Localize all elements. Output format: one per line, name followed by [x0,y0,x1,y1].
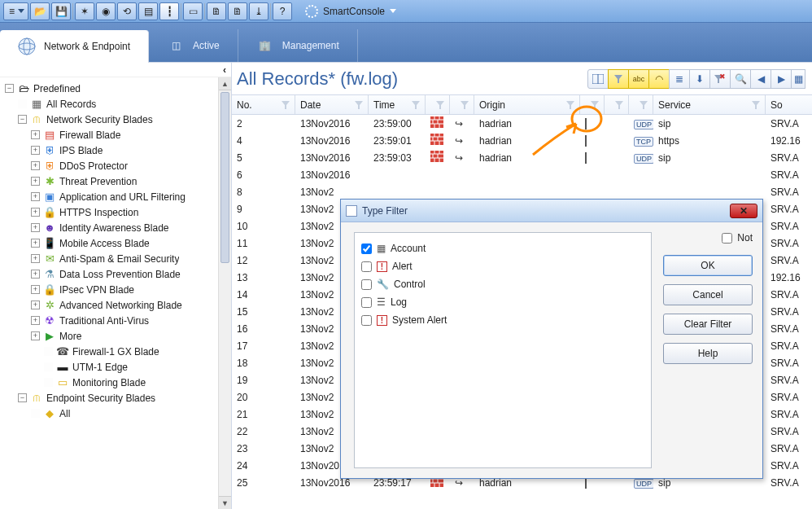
scroll-thumb[interactable] [220,92,229,263]
table-row[interactable]: 613Nov2016SRV.A [232,166,812,183]
open-button[interactable]: 📂 [30,2,50,20]
filter-item[interactable]: ☰Log [361,293,644,311]
tree-node[interactable]: −⫙Endpoint Security Blades [5,390,231,406]
sidebar-scrollbar[interactable]: ▲ ▼ [218,77,231,509]
table-row[interactable]: 813Nov2SRV.A [232,183,812,200]
filter-item[interactable]: ▦Account [361,239,644,257]
filter-icon[interactable] [412,101,420,109]
col-source[interactable]: So [766,95,806,114]
tree-root[interactable]: − 🗁 Predefined [5,81,231,96]
tree-node[interactable]: +⛨IPS Blade [5,143,231,158]
tree-node[interactable]: +🔒IPsec VPN Blade [5,282,231,297]
help-button[interactable]: Help [663,343,753,364]
hdrbtn-text[interactable]: abc [628,69,649,89]
tree-node[interactable]: +✲Advanced Networking Blade [5,297,231,313]
tool-btn-3[interactable]: ⟲ [117,2,137,20]
tree-node[interactable]: +⚗Data Loss Prevention Blade [5,266,231,282]
col-ico5[interactable] [629,95,653,114]
tool-btn-1[interactable]: ✶ [75,2,94,20]
table-row[interactable]: 213Nov201623:59:00↪hadrianUDPsipSRV.A [232,115,812,132]
expand-icon[interactable]: + [31,270,40,279]
tree-node[interactable]: +✱Threat Prevention [5,173,231,189]
tree-node[interactable]: +▤Firewall Blade [5,127,231,143]
ok-button[interactable]: OK [663,255,753,276]
expand-icon[interactable]: + [31,208,40,217]
expand-icon[interactable]: + [31,130,40,139]
filter-icon[interactable] [615,101,623,109]
tree-node[interactable]: +▶More [5,328,231,344]
tool-btn-2[interactable]: ◉ [96,2,116,20]
tab-management[interactable]: 🏢 Management [238,29,358,62]
expand-icon[interactable]: + [31,223,40,232]
hdrbtn-marker[interactable]: ◠ [648,69,670,89]
tree-node[interactable]: +☢Traditional Anti-Virus [5,313,231,328]
tree-node[interactable]: +▣Application and URL Filtering [5,189,231,204]
tab-active[interactable]: ◫ Active [149,29,238,62]
col-origin[interactable]: Origin [474,95,580,114]
tree-node[interactable]: ▬UTM-1 Edge [5,359,231,375]
filter-item-checkbox[interactable] [361,279,372,290]
expand-icon[interactable]: + [31,285,40,294]
collapse-icon[interactable]: − [18,115,27,124]
tool-btn-4[interactable]: ▤ [138,2,158,20]
hdrbtn-prev[interactable]: ◀ [750,69,771,89]
save-button[interactable]: 💾 [51,2,71,20]
scroll-down-icon[interactable]: ▼ [219,496,231,509]
hdrbtn-find[interactable]: 🔍 [730,69,751,89]
collapse-icon[interactable]: − [18,393,27,402]
help-button[interactable]: ? [273,2,292,20]
expand-icon[interactable]: + [31,192,40,201]
col-ico1[interactable] [426,95,450,114]
tab-network-endpoint[interactable]: Network & Endpoint [0,30,149,63]
hdrbtn-filter[interactable] [608,69,629,89]
tool-btn-5[interactable]: ┇ [159,2,179,20]
filter-item-checkbox[interactable] [361,297,372,308]
expand-icon[interactable]: + [31,316,40,325]
expand-icon[interactable]: + [31,146,40,155]
table-row[interactable]: 413Nov201623:59:01↪hadrianTCPhttps192.16 [232,132,812,149]
col-no[interactable]: No. [232,95,295,114]
hdrbtn-next[interactable]: ▶ [771,69,792,89]
tree-node[interactable]: ▭Monitoring Blade [5,375,231,390]
filter-icon[interactable] [436,101,444,109]
expand-icon[interactable]: + [31,177,40,186]
filter-item[interactable]: 🔧Control [361,275,644,293]
tool-btn-6[interactable]: ▭ [183,2,203,20]
expand-icon[interactable]: + [31,301,40,309]
tree-node[interactable]: −⫙Network Security Blades [5,112,231,127]
tool-btn-7[interactable]: 🗎 [207,2,226,20]
tool-btn-8[interactable]: 🗎 [228,2,247,20]
filter-icon[interactable] [591,101,599,109]
hdrbtn-download[interactable]: ⬇ [689,69,710,89]
tree-node[interactable]: ▦All Records [5,96,231,112]
clear-filter-button[interactable]: Clear Filter [663,314,753,335]
table-row[interactable]: 513Nov201623:59:03↪hadrianUDPsipSRV.A [232,149,812,166]
col-date[interactable]: Date [295,95,369,114]
col-ico3[interactable] [580,95,605,114]
tree-node[interactable]: +📱Mobile Access Blade [5,235,231,251]
tree-node[interactable]: +⛨DDoS Protector [5,158,231,173]
menu-button[interactable]: ≡ [3,2,28,20]
hdrbtn-clear-filter[interactable]: ✖ [709,69,731,89]
filter-item[interactable]: !System Alert [361,311,644,329]
smartconsole-menu[interactable]: SmartConsole [300,2,401,20]
tree-node[interactable]: ☎Firewall-1 GX Blade [5,344,231,359]
filter-icon-active[interactable] [566,101,574,109]
tree-node[interactable]: +☻Identity Awareness Blade [5,220,231,235]
collapse-icon[interactable]: − [5,84,14,93]
not-checkbox[interactable] [722,233,732,244]
tree-node[interactable]: +✉Anti-Spam & Email Security [5,251,231,266]
filter-item-checkbox[interactable] [361,244,372,254]
filter-item-checkbox[interactable] [361,261,372,272]
tool-btn-9[interactable]: ⤓ [249,2,268,20]
dialog-titlebar[interactable]: Type Filter ✕ [341,200,762,222]
hdrbtn-panel[interactable] [587,69,609,89]
filter-icon[interactable] [355,101,363,109]
filter-icon[interactable] [752,101,760,109]
expand-icon[interactable]: + [31,161,40,170]
col-service[interactable]: Service [653,95,766,114]
cancel-button[interactable]: Cancel [663,284,753,305]
expand-icon[interactable]: + [31,331,40,340]
sidebar-collapse[interactable]: ‹ [0,63,231,77]
scroll-up-icon[interactable]: ▲ [219,77,231,90]
